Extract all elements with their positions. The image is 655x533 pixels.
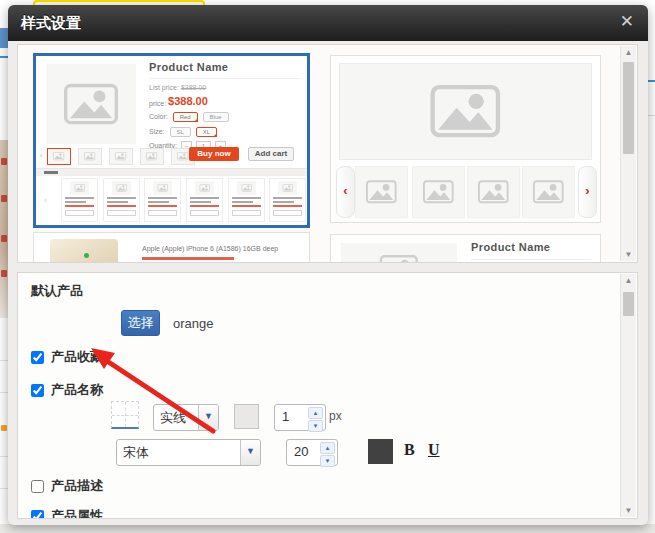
font-color-swatch[interactable]: [368, 439, 393, 464]
template-preview-panel: Product Name List price: $388.00 price: …: [17, 44, 638, 263]
related-product-card: [186, 178, 223, 222]
px-unit-label: px: [329, 409, 342, 423]
checkbox-row-favorite[interactable]: 产品收藏: [31, 348, 103, 366]
border-style-value: 实线: [160, 409, 186, 427]
template-option-detail-alt[interactable]: Product Name List price: $388.00: [330, 234, 601, 263]
font-family-select[interactable]: 宋体 ▼: [116, 439, 261, 466]
product-name-checkbox[interactable]: [31, 384, 44, 397]
thumbnail: [467, 166, 520, 218]
close-icon[interactable]: ✕: [620, 12, 634, 32]
background-divider: [648, 80, 655, 82]
checkbox-row-name[interactable]: 产品名称: [31, 381, 103, 399]
preview-list-price: List price: $388.00: [149, 84, 206, 91]
thumbnail: [355, 166, 408, 218]
stepper-up-icon[interactable]: ▲: [320, 442, 335, 454]
border-width-stepper[interactable]: 1 ▲ ▼: [274, 404, 326, 431]
thumb-prev-icon: ‹: [40, 152, 42, 159]
border-width-value: 1: [282, 409, 289, 424]
attributes-label: 产品属性: [51, 507, 103, 519]
scrollbar-thumb[interactable]: [623, 62, 634, 154]
size-option-xl: XL: [196, 127, 217, 137]
border-side-picker-icon[interactable]: [111, 401, 139, 429]
font-size-stepper[interactable]: 20 ▲ ▼: [286, 439, 338, 466]
chevron-down-icon[interactable]: ▼: [198, 405, 218, 430]
iphone-product-image: [50, 239, 118, 263]
thumbnail: [109, 148, 133, 165]
thumbnail: [140, 148, 164, 165]
iphone-product-title: Apple (Apple) iPhone 6 (A1586) 16GB deep: [142, 245, 278, 252]
gallery-prev-icon: ‹: [336, 166, 355, 218]
related-prev-icon: ‹: [44, 196, 47, 205]
settings-panel: 默认产品 选择 orange 产品收藏 产品名称 实线 ▼ 1 ▲ ▼ px 宋…: [17, 272, 638, 519]
favorite-checkbox[interactable]: [31, 351, 44, 364]
template-option-iphone-list[interactable]: Apple (Apple) iPhone 6 (A1586) 16GB deep: [33, 232, 310, 263]
chevron-down-icon[interactable]: ▼: [240, 440, 260, 465]
related-product-card: [144, 178, 181, 222]
dialog-title: 样式设置: [21, 14, 81, 33]
gallery-next-icon: ›: [578, 166, 597, 218]
preview-color-row: Color: Red Blue: [149, 112, 229, 122]
border-style-select[interactable]: 实线 ▼: [153, 404, 219, 431]
background-divider: [648, 115, 655, 116]
related-products-header: [36, 168, 307, 176]
checkbox-row-attributes[interactable]: 产品属性: [31, 507, 103, 519]
scroll-down-icon[interactable]: ▼: [621, 250, 636, 259]
border-color-swatch[interactable]: [234, 404, 259, 429]
select-product-button[interactable]: 选择: [121, 310, 160, 336]
background-blue-block: [0, 28, 8, 48]
image-placeholder-icon: [46, 64, 136, 144]
template-option-gallery[interactable]: ‹ ›: [330, 55, 601, 223]
product-name-label: 产品名称: [51, 381, 103, 399]
preview-scrollbar[interactable]: ▲ ▼: [620, 46, 636, 261]
buy-now-button: Buy now: [189, 147, 239, 161]
preview-price: price: $388.00: [149, 96, 208, 108]
font-size-value: 20: [294, 444, 308, 459]
related-product-card: [269, 178, 306, 222]
iphone-product-price-bar: [142, 257, 234, 260]
add-cart-button: Add cart: [248, 147, 294, 161]
attributes-checkbox[interactable]: [31, 510, 44, 520]
divider: [149, 78, 301, 79]
background-list-row: [0, 456, 8, 457]
color-option-blue: Blue: [203, 112, 229, 122]
preview-product-name: Product Name: [149, 61, 228, 73]
selected-product-value: orange: [173, 316, 213, 331]
favorite-label: 产品收藏: [51, 348, 103, 366]
preview-size-row: Size: SL XL: [149, 127, 217, 137]
size-option-sl: SL: [170, 127, 191, 137]
scroll-up-icon[interactable]: ▲: [621, 276, 636, 285]
background-footer-strip: [0, 524, 655, 533]
background-list-row: [0, 360, 8, 361]
dialog-titlebar[interactable]: 样式设置 ✕: [8, 5, 648, 41]
scroll-up-icon[interactable]: ▲: [621, 48, 636, 57]
checkbox-row-description[interactable]: 产品描述: [31, 477, 103, 495]
scrollbar-thumb[interactable]: [623, 292, 634, 316]
description-checkbox[interactable]: [31, 480, 44, 493]
thumbnail: [412, 166, 465, 218]
underline-button[interactable]: U: [428, 441, 440, 459]
thumbnail: [522, 166, 575, 218]
stepper-down-icon[interactable]: ▼: [308, 420, 323, 432]
background-list-icon: [1, 425, 7, 431]
image-placeholder-icon: [341, 243, 457, 263]
settings-scrollbar[interactable]: ▲ ▼: [620, 274, 636, 517]
preview-product-name: Product Name: [471, 241, 550, 253]
template-option-product-detail[interactable]: Product Name List price: $388.00 price: …: [33, 53, 310, 228]
related-product-card: [103, 178, 140, 222]
font-family-value: 宋体: [123, 444, 149, 462]
divider: [471, 259, 591, 260]
scroll-down-icon[interactable]: ▼: [621, 506, 636, 515]
color-option-red: Red: [173, 112, 198, 122]
background-promo-image: [0, 140, 8, 318]
background-list-row: [0, 392, 8, 393]
description-label: 产品描述: [51, 477, 103, 495]
background-list-row: [0, 488, 8, 489]
stepper-up-icon[interactable]: ▲: [308, 407, 323, 419]
default-product-label: 默认产品: [31, 282, 83, 300]
image-placeholder-icon: [339, 63, 592, 160]
stepper-down-icon[interactable]: ▼: [320, 455, 335, 467]
thumbnail-selected: [47, 148, 71, 165]
related-product-card: [61, 178, 98, 222]
bold-button[interactable]: B: [404, 441, 415, 459]
style-settings-dialog: 样式设置 ✕ Product Name List price: $388.00 …: [8, 5, 648, 525]
